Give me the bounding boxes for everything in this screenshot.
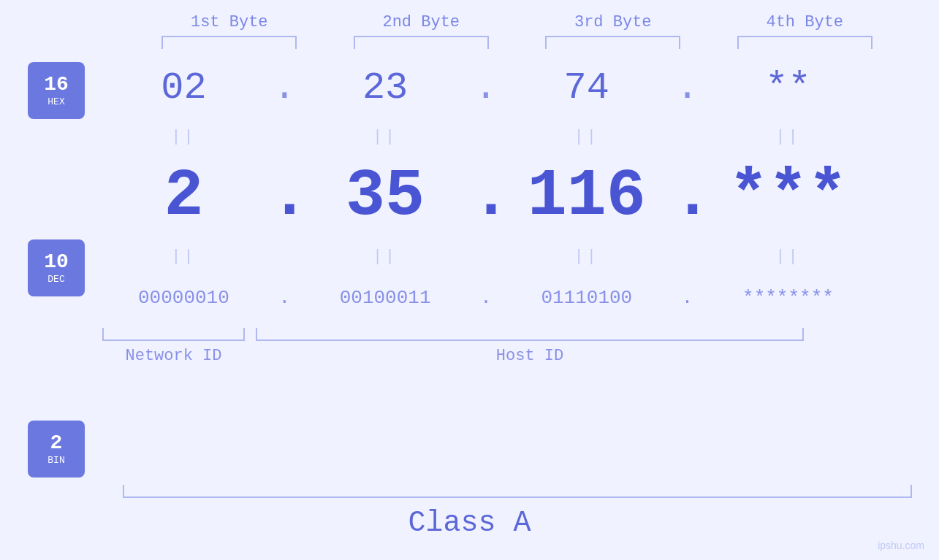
byte-header-2: 2nd Byte	[344, 13, 498, 31]
bin-byte-4-cell: ********	[711, 287, 864, 309]
bin-dot-1-sym: .	[278, 287, 290, 309]
eq-2-1: ||	[107, 248, 260, 266]
hex-byte-2: 23	[362, 66, 408, 110]
hex-dot-3-sym: .	[676, 66, 699, 110]
hex-byte-1: 02	[161, 66, 206, 110]
content-area: 16 HEX 10 DEC 2 BIN 02	[0, 55, 939, 477]
hex-byte-3: 74	[564, 66, 609, 110]
dec-badge-num: 10	[44, 252, 69, 272]
byte-headers-row: 1st Byte 2nd Byte 3rd Byte 4th Byte	[134, 13, 901, 31]
hex-byte-4-cell: **	[711, 66, 864, 110]
bin-byte-4: ********	[742, 287, 834, 309]
dec-row: 2 . 35 . 116 . ***	[102, 153, 870, 240]
hex-badge: 16 HEX	[28, 62, 85, 119]
watermark: ipshu.com	[878, 540, 924, 551]
eq-1-4: ||	[711, 128, 864, 146]
dec-badge-label: DEC	[47, 274, 64, 285]
bin-dot-2: .	[471, 287, 501, 309]
hex-badge-num: 16	[44, 74, 69, 95]
class-label: Class A	[408, 507, 531, 540]
host-id-label: Host ID	[256, 347, 804, 365]
byte-header-1: 1st Byte	[153, 13, 306, 31]
hex-dot-2-sym: .	[474, 66, 497, 110]
dec-dot-1-sym: .	[270, 159, 309, 234]
network-bracket	[102, 328, 245, 341]
bin-row: 00000010 . 00100011 . 01110100 .	[102, 272, 870, 323]
eq-1-1: ||	[107, 128, 260, 146]
hex-row: 02 . 23 . 74 . **	[102, 55, 870, 120]
bin-byte-1: 00000010	[138, 287, 229, 309]
eq-1-2: ||	[308, 128, 462, 146]
dec-byte-4: ***	[729, 159, 847, 234]
host-bracket	[256, 328, 804, 341]
bin-dot-1: .	[270, 287, 299, 309]
hex-dot-2: .	[471, 66, 501, 110]
bin-byte-1-cell: 00000010	[107, 287, 260, 309]
hex-byte-2-cell: 23	[308, 66, 462, 110]
bin-dot-3: .	[673, 287, 702, 309]
dec-byte-3: 116	[528, 159, 646, 234]
dec-byte-2-cell: 35	[308, 159, 462, 234]
full-bottom-bracket	[123, 485, 912, 498]
values-grid: 02 . 23 . 74 . **	[102, 55, 939, 477]
dec-byte-1: 2	[164, 159, 203, 234]
hex-byte-1-cell: 02	[107, 66, 260, 110]
dec-dot-3: .	[673, 159, 702, 234]
eq-2-2: ||	[308, 248, 462, 266]
dec-byte-4-cell: ***	[711, 159, 864, 234]
byte-header-4: 4th Byte	[728, 13, 881, 31]
dec-byte-1-cell: 2	[107, 159, 260, 234]
eq-row-2: || || || ||	[102, 240, 870, 272]
eq-1-3: ||	[510, 128, 664, 146]
id-labels-row: Network ID Host ID	[102, 347, 870, 365]
dec-dot-2-sym: .	[471, 159, 511, 234]
bin-badge-label: BIN	[47, 455, 64, 466]
badges-column: 16 HEX 10 DEC 2 BIN	[0, 55, 102, 477]
network-id-label: Network ID	[102, 347, 245, 365]
top-brackets	[134, 36, 901, 49]
eq-2-4: ||	[711, 248, 864, 266]
bin-badge-num: 2	[50, 433, 63, 453]
bracket-top-3	[545, 36, 680, 49]
bin-byte-3: 01110100	[541, 287, 632, 309]
main-container: 1st Byte 2nd Byte 3rd Byte 4th Byte 16 H…	[0, 0, 939, 560]
eq-row-1: || || || ||	[102, 120, 870, 153]
bin-byte-3-cell: 01110100	[510, 287, 664, 309]
hex-dot-1: .	[270, 66, 299, 110]
hex-badge-label: HEX	[47, 96, 64, 107]
dec-badge: 10 DEC	[28, 239, 85, 296]
hex-byte-4: **	[765, 66, 810, 110]
hex-dot-3: .	[673, 66, 702, 110]
bin-byte-2: 00100011	[340, 287, 431, 309]
bin-byte-2-cell: 00100011	[308, 287, 462, 309]
bin-badge: 2 BIN	[28, 421, 85, 477]
hex-dot-1-sym: .	[273, 66, 296, 110]
eq-2-3: ||	[510, 248, 664, 266]
byte-header-3: 3rd Byte	[536, 13, 690, 31]
dec-dot-1: .	[270, 159, 299, 234]
bracket-top-4	[737, 36, 873, 49]
dec-dot-3-sym: .	[673, 159, 712, 234]
bin-dot-2-sym: .	[480, 287, 492, 309]
bracket-top-1	[161, 36, 297, 49]
dec-byte-2: 35	[346, 159, 425, 234]
bottom-brackets-row	[102, 328, 870, 341]
dec-byte-3-cell: 116	[510, 159, 664, 234]
bracket-top-2	[354, 36, 489, 49]
bin-dot-3-sym: .	[682, 287, 693, 309]
dec-dot-2: .	[471, 159, 501, 234]
hex-byte-3-cell: 74	[510, 66, 664, 110]
